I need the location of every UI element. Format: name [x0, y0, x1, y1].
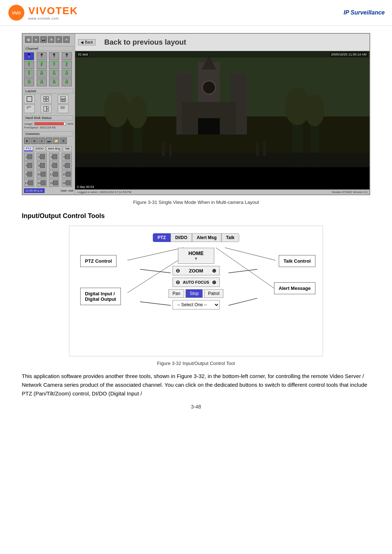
svg-rect-5 [44, 99, 46, 102]
svg-point-41 [305, 94, 325, 126]
stop-icon[interactable]: ■ [31, 138, 38, 144]
stop-button[interactable]: Stop [186, 289, 203, 298]
ptz-ch-2[interactable]: 2 [37, 153, 47, 161]
play-icon[interactable]: ▶ [24, 138, 30, 144]
svg-rect-17 [47, 109, 49, 111]
svg-point-37 [127, 96, 147, 128]
diagram-tab-alert[interactable]: Alert Msg [192, 233, 221, 242]
autofocus-minus-icon[interactable]: ⊖ [176, 279, 180, 285]
layout-quad[interactable] [41, 95, 52, 103]
ptz-ch-10[interactable]: 10 [37, 170, 47, 178]
page-content: ⏻ ● 📷 ⚙ 🔍 ✕ Channel 1 2 3 4 5 6 7 8 [0, 26, 392, 423]
channel-btn-14[interactable]: 14 [37, 78, 47, 86]
svg-rect-20 [64, 106, 65, 107]
hdd-bar-container [34, 122, 66, 125]
freespace-label: FreeSpace [24, 126, 38, 129]
gear-icon[interactable]: ⚙ [48, 36, 54, 43]
close-icon[interactable]: ✕ [63, 36, 70, 43]
ptz-ch-13[interactable]: 13 [24, 179, 34, 187]
select-dropdown[interactable]: -- Select One -- [172, 300, 220, 309]
layout-section: Layout [24, 89, 73, 113]
svg-rect-42 [75, 153, 369, 167]
ptz-ch-3[interactable]: 3 [49, 153, 59, 161]
layout-nine[interactable] [58, 95, 69, 103]
svg-rect-21 [61, 108, 62, 109]
ptz-ch-7[interactable]: 7 [49, 161, 59, 169]
snapshot-icon[interactable]: 📷 [40, 36, 47, 43]
autofocus-label: AUTO FOCUS [183, 280, 209, 284]
ptz-ch-6[interactable]: 6 [37, 161, 47, 169]
camera-timestamp: 2005/10/25 11:00:14 AM [330, 52, 368, 57]
layout-custom1[interactable] [41, 104, 52, 113]
channel-btn-11[interactable]: 11 [49, 70, 59, 78]
channel-btn-12[interactable]: 12 [62, 70, 72, 78]
diagram-tab-dido[interactable]: DI/DO [171, 233, 192, 242]
diagram-tab-talk[interactable]: Talk [221, 233, 239, 242]
zoom-minus-icon[interactable]: ⊖ [176, 268, 180, 274]
version-text: Vivotek-ST3402 Version 2.0 [331, 190, 367, 194]
ptz-ch-14[interactable]: 14 [37, 179, 47, 187]
patrol-button[interactable]: Patrol [204, 289, 223, 298]
channel-btn-10[interactable]: 10 [37, 70, 47, 78]
channel-btn-9[interactable]: 9 [24, 70, 34, 78]
tab-dido[interactable]: DI/DO [34, 146, 45, 151]
channel-btn-15[interactable]: 15 [49, 78, 59, 86]
layout-custom2[interactable] [58, 104, 69, 113]
tab-alert[interactable]: Alert Msg [46, 146, 62, 151]
page-header: VIVO VIVOTEK www.vivotek.com IP Surveill… [0, 0, 392, 26]
pan-button[interactable]: Pan [168, 289, 184, 298]
layout-section-label: Layout [24, 89, 73, 94]
diagram-tab-ptz[interactable]: PTZ [153, 233, 171, 242]
zoom-icon[interactable]: 🔍 [56, 36, 62, 43]
hdd-section: Hard Disk Status Usage: 94% FreeSpace 34… [24, 115, 73, 129]
power-icon[interactable]: ⏻ [25, 36, 32, 43]
ptz-ch-16[interactable]: 16 [62, 179, 72, 187]
home-button[interactable]: HOME ▼ [178, 248, 214, 264]
status-bar: Logged in when: 2005/10/24 07:14:59 PM V… [75, 189, 369, 194]
channel-btn-3[interactable]: 3 [49, 52, 59, 60]
ptz-ch-5[interactable]: 5 [24, 161, 34, 169]
home-chevron-icon: ▼ [194, 256, 198, 261]
ptz-control-box: PTZ Control [80, 255, 117, 267]
freespace-value: 3422116 KB [40, 126, 56, 129]
channel-btn-6[interactable]: 6 [37, 61, 47, 69]
channel-btn-4[interactable]: 4 [62, 52, 72, 60]
channel-btn-8[interactable]: 8 [62, 61, 72, 69]
channel-btn-7[interactable]: 7 [49, 61, 59, 69]
folder-icon[interactable]: 📁 [53, 138, 60, 144]
ptz-channel-grid: 1 2 3 4 5 6 7 8 9 10 11 12 13 14 15 16 [24, 153, 73, 187]
channel-btn-5[interactable]: 5 [24, 61, 34, 69]
layout-buttons [24, 95, 73, 113]
tab-talk[interactable]: Talk [63, 146, 72, 151]
sidebar-panel: ⏻ ● 📷 ⚙ 🔍 ✕ Channel 1 2 3 4 5 6 7 8 [23, 34, 75, 194]
tab-ptz[interactable]: PTZ [24, 146, 33, 151]
camera-overlay-top: 01 test 2005/10/25 11:00:14 AM [75, 51, 369, 58]
rec-icon[interactable]: ● [38, 138, 45, 144]
svg-rect-8 [61, 99, 62, 102]
ptz-ch-12[interactable]: 12 [62, 170, 72, 178]
ptz-ch-4[interactable]: 4 [62, 153, 72, 161]
channel-btn-13[interactable]: 13 [24, 78, 34, 86]
channel-btn-1[interactable]: 1 [24, 52, 34, 60]
logo-area: VIVO VIVOTEK www.vivotek.com [7, 4, 78, 22]
camera-icon[interactable]: 📷 [46, 138, 52, 144]
ptz-ch-8[interactable]: 8 [62, 161, 72, 169]
record-icon[interactable]: ● [33, 36, 39, 43]
svg-rect-3 [44, 97, 46, 99]
freespace-row: FreeSpace 3422116 KB [24, 126, 73, 129]
zoom-plus-icon[interactable]: ⊕ [212, 268, 216, 274]
svg-rect-23 [64, 108, 65, 109]
ptz-ch-1[interactable]: 1 [24, 153, 34, 161]
layout-single[interactable] [24, 95, 35, 103]
section-title: Input/Output Control Tools [22, 212, 381, 220]
ptz-ch-15[interactable]: 15 [49, 179, 59, 187]
channel-btn-16[interactable]: 16 [62, 78, 72, 86]
autofocus-plus-icon[interactable]: ⊕ [212, 279, 216, 285]
ptz-ch-9[interactable]: 9 [24, 170, 34, 178]
layout-sixteen[interactable] [24, 104, 35, 113]
talk-control-label: Talk Control [283, 258, 311, 264]
back-button[interactable]: ◀ Back [78, 39, 95, 45]
ptz-ch-11[interactable]: 11 [49, 170, 59, 178]
channel-btn-2[interactable]: 2 [37, 52, 47, 60]
trash-icon[interactable]: 🗑 [60, 138, 67, 144]
